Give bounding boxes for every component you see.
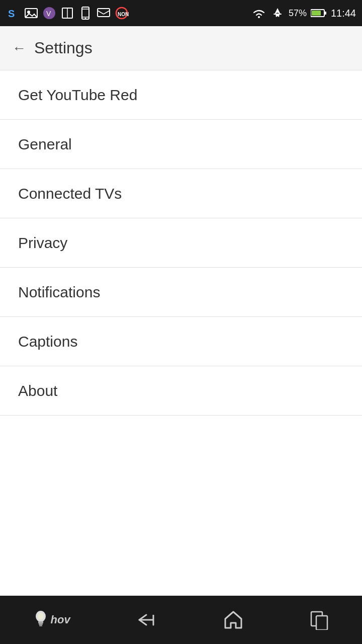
s-icon: S — [6, 6, 20, 20]
nav-bar: hov — [0, 596, 362, 644]
svg-point-2 — [27, 11, 30, 14]
settings-item-label-connected-tvs: Connected TVs — [18, 185, 122, 202]
back-button[interactable]: ← Settings — [12, 39, 93, 57]
image-icon — [24, 6, 38, 20]
nav-recent-icon — [309, 610, 329, 630]
settings-item-label-captions: Captions — [18, 333, 77, 350]
page-title: Settings — [34, 39, 93, 57]
nav-home-icon — [222, 609, 244, 631]
clock: 11:44 — [331, 8, 356, 19]
nav-home-button[interactable] — [210, 605, 256, 635]
svg-rect-11 — [98, 9, 110, 17]
radio-icon: NON — [115, 6, 129, 20]
svg-line-13 — [104, 11, 110, 14]
settings-item-youtube-red[interactable]: Get YouTube Red — [0, 70, 362, 120]
nav-recent-button[interactable] — [297, 606, 341, 634]
back-arrow-icon: ← — [12, 40, 26, 56]
svg-rect-24 — [39, 625, 42, 626]
svg-rect-23 — [39, 623, 43, 625]
settings-item-about[interactable]: About — [0, 366, 362, 416]
svg-rect-28 — [316, 616, 327, 630]
svg-rect-20 — [312, 11, 321, 16]
settings-item-captions[interactable]: Captions — [0, 317, 362, 366]
svg-point-10 — [85, 18, 86, 19]
app-bar: ← Settings — [0, 26, 362, 70]
svg-text:V: V — [46, 10, 51, 18]
settings-item-label-privacy: Privacy — [18, 234, 67, 252]
svg-point-25 — [38, 613, 44, 620]
status-bar-left: S V NON — [6, 6, 129, 20]
airplane-icon — [270, 6, 285, 20]
settings-item-label-about: About — [18, 382, 57, 399]
settings-item-label-general: General — [18, 136, 72, 153]
battery-percent: 57% — [289, 8, 307, 19]
settings-item-label-notifications: Notifications — [18, 284, 100, 301]
viber-icon: V — [42, 6, 56, 20]
book-icon — [60, 6, 74, 20]
svg-rect-22 — [38, 621, 43, 623]
message-icon — [97, 6, 111, 20]
wifi-icon — [251, 6, 266, 20]
status-bar: S V NON — [0, 0, 362, 26]
svg-marker-26 — [225, 612, 241, 628]
settings-item-general[interactable]: General — [0, 120, 362, 169]
svg-rect-19 — [324, 12, 326, 15]
svg-text:S: S — [8, 8, 15, 19]
svg-text:NON: NON — [118, 12, 129, 17]
svg-point-16 — [258, 16, 260, 18]
nav-back-button[interactable] — [123, 607, 169, 633]
svg-rect-17 — [274, 14, 282, 15]
nav-logo-text: hov — [51, 613, 70, 626]
settings-item-notifications[interactable]: Notifications — [0, 268, 362, 317]
settings-item-connected-tvs[interactable]: Connected TVs — [0, 169, 362, 218]
settings-item-label-youtube-red: Get YouTube Red — [18, 87, 137, 104]
lightbulb-icon — [33, 609, 49, 630]
phone-icon — [78, 6, 93, 20]
settings-item-privacy[interactable]: Privacy — [0, 218, 362, 268]
status-bar-right: 57% 11:44 — [251, 6, 356, 20]
svg-line-12 — [98, 11, 104, 14]
battery-icon — [311, 8, 327, 18]
nav-logo: hov — [21, 605, 82, 634]
settings-list: Get YouTube RedGeneralConnected TVsPriva… — [0, 70, 362, 596]
nav-back-icon — [135, 611, 157, 629]
